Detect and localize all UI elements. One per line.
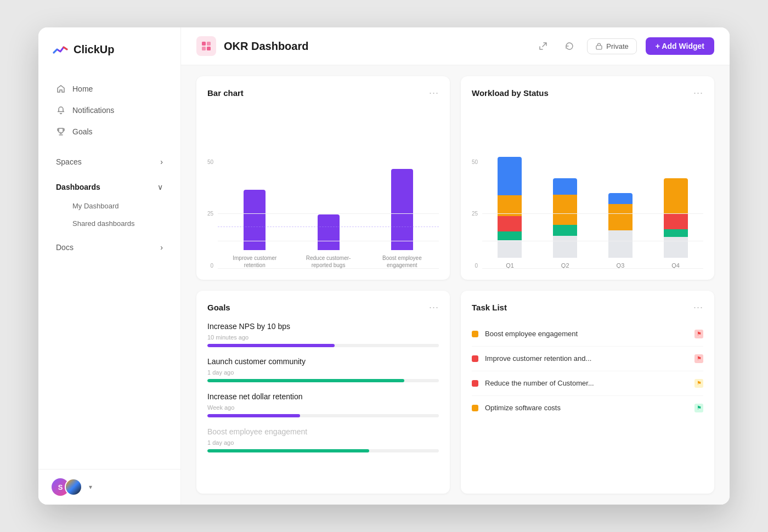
workload-header: Workload by Status ··· (472, 87, 703, 99)
bar-chart-title: Bar chart (207, 88, 244, 98)
task-dot-1 (472, 331, 478, 337)
workload-bars-area: Q1 Q2 (482, 159, 703, 269)
task-dot-4 (472, 405, 478, 411)
sidebar-item-docs-label: Docs (56, 243, 74, 252)
bar-group-1: Improve customerretention (218, 190, 291, 269)
goal-time-2: 1 day ago (207, 369, 439, 376)
bars-area: Improve customerretention Reduce custome… (218, 159, 439, 269)
stacked-bar-q3: Q3 (608, 193, 633, 269)
private-button[interactable]: Private (587, 38, 636, 54)
goal-item-4: Boost employee engagement 1 day ago (207, 427, 439, 452)
goal-bar-track-2 (207, 379, 439, 382)
sidebar-item-notifications-label: Notifications (72, 106, 114, 115)
bar-label-2: Reduce customer-reported bugs (306, 254, 351, 269)
goal-name-1: Increase NPS by 10 bps (207, 322, 290, 331)
goal-time-3: Week ago (207, 404, 439, 411)
avatar-group[interactable]: S (52, 478, 82, 496)
q3-gray (608, 230, 633, 258)
goals-list: Increase NPS by 10 bps 10 minutes ago La… (207, 322, 439, 452)
sidebar-item-shared-dashboards[interactable]: Shared dashboards (43, 215, 176, 232)
goal-name-4: Boost employee engagement (207, 427, 439, 436)
sidebar-item-home[interactable]: Home (43, 78, 176, 99)
q1-red (498, 216, 522, 231)
goal-bar-fill-1 (207, 344, 335, 347)
dashboard-icon (196, 36, 216, 56)
sidebar-user-section: S ▾ (38, 469, 180, 505)
q1-gray (498, 240, 522, 258)
svg-rect-0 (202, 42, 206, 46)
trophy-icon (56, 127, 66, 137)
goal-bar-track-3 (207, 414, 439, 417)
grid-line-25 (218, 241, 439, 241)
header-left: OKR Dashboard (196, 36, 308, 56)
workload-grid-50 (482, 213, 703, 214)
stacked-bar-q2: Q2 (553, 178, 577, 269)
logo: ClickUp (38, 41, 180, 73)
bar-label-3: Boost employeeengagement (382, 254, 422, 269)
bar-chart-menu[interactable]: ··· (429, 87, 439, 99)
sidebar-item-home-label: Home (72, 84, 93, 93)
task-flag-3: ⚑ (694, 379, 703, 388)
q2-gray (553, 236, 577, 258)
q2-green (553, 225, 577, 236)
workload-grid-0 (482, 268, 703, 269)
goal-time-1: 10 minutes ago (207, 334, 439, 341)
task-left-1: Boost employee engagement (472, 330, 578, 338)
goal-item-2: Launch customer community 1 day ago (207, 357, 439, 382)
workload-menu[interactable]: ··· (693, 87, 703, 99)
bell-icon (56, 105, 66, 115)
sidebar-item-goals-label: Goals (72, 127, 93, 136)
bar-group-3: Boost employeeengagement (365, 169, 439, 269)
task-flag-2: ⚑ (694, 354, 703, 363)
goals-title: Goals (207, 303, 230, 312)
logo-text: ClickUp (74, 43, 114, 56)
sidebar: ClickUp Home Notifications Goals (38, 27, 181, 505)
goal-bar-track-1 (207, 344, 439, 347)
goals-menu[interactable]: ··· (429, 302, 439, 313)
task-item-4: Optimize software costs ⚑ (472, 396, 703, 420)
task-list: Boost employee engagement ⚑ Improve cust… (472, 322, 703, 420)
q1-green (498, 231, 522, 240)
goal-name-3: Increase net dollar retention (207, 392, 439, 401)
q3-yellow (608, 204, 633, 230)
grid-line-50 (218, 213, 439, 214)
docs-left: Docs (56, 243, 74, 252)
svg-rect-1 (207, 42, 211, 46)
task-list-widget: Task List ··· Boost employee engagement … (461, 291, 714, 494)
task-list-header: Task List ··· (472, 302, 703, 313)
goal-bar-fill-4 (207, 449, 369, 452)
workload-widget: Workload by Status ··· 50 25 0 (461, 76, 714, 280)
svg-rect-2 (202, 47, 206, 50)
expand-button[interactable] (534, 37, 552, 55)
sidebar-item-goals[interactable]: Goals (43, 121, 176, 142)
stacked-bar-q2-bar (553, 178, 577, 258)
spaces-left: Spaces (56, 157, 82, 166)
sidebar-item-notifications[interactable]: Notifications (43, 100, 176, 121)
goal-item-1: Increase NPS by 10 bps 10 minutes ago (207, 322, 439, 347)
dashed-reference-line (218, 227, 439, 227)
sidebar-item-docs[interactable]: Docs › (43, 237, 176, 257)
header-actions: Private + Add Widget (534, 37, 714, 55)
add-widget-button[interactable]: + Add Widget (646, 37, 714, 55)
stacked-bar-q4-bar (664, 178, 688, 258)
sidebar-item-my-dashboard[interactable]: My Dashboard (43, 197, 176, 214)
task-dot-3 (472, 380, 478, 387)
workload-title: Workload by Status (472, 88, 549, 98)
main-content: OKR Dashboard Private + Add Widget (181, 27, 730, 505)
task-list-menu[interactable]: ··· (693, 302, 703, 313)
home-icon (56, 84, 66, 94)
grid-line-0 (218, 268, 439, 269)
sidebar-item-spaces-label: Spaces (56, 157, 82, 166)
task-name-2: Improve customer retention and... (485, 354, 591, 363)
q2-yellow (553, 195, 577, 225)
stacked-bar-q3-bar (608, 193, 633, 258)
avatar-img (65, 478, 82, 496)
svg-rect-4 (596, 46, 602, 49)
q4-gray (664, 237, 688, 258)
sidebar-item-spaces[interactable]: Spaces › (43, 152, 176, 172)
q1-blue (498, 157, 522, 195)
sidebar-item-dashboards[interactable]: Dashboards ∨ (43, 177, 176, 197)
task-left-3: Reduce the number of Customer... (472, 379, 594, 387)
stacked-bar-q1-bar (498, 157, 522, 258)
refresh-button[interactable] (561, 37, 578, 55)
